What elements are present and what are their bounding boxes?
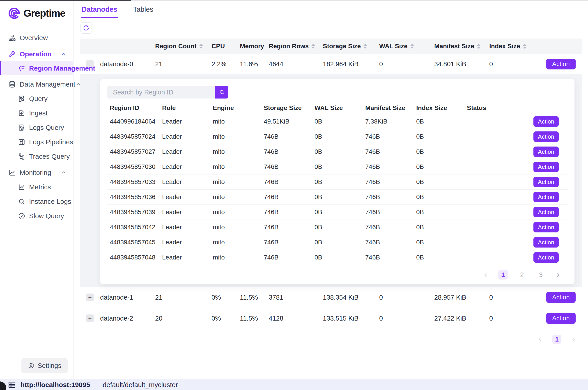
header-status: Status — [464, 104, 515, 112]
region-action-button[interactable]: Action — [534, 162, 559, 172]
sort-icon[interactable] — [477, 44, 481, 49]
sidebar-item-traces-query[interactable]: Traces Query — [0, 149, 73, 164]
header-wal-size[interactable]: WAL Size — [377, 43, 433, 50]
refresh-button[interactable] — [81, 22, 92, 34]
sort-icon[interactable] — [311, 44, 315, 49]
chevron-right-icon[interactable] — [555, 272, 561, 278]
expand-row-button[interactable]: + — [86, 314, 94, 322]
sidebar-item-ingest[interactable]: Ingest — [0, 106, 73, 120]
region-role-cell: Leader — [159, 148, 210, 155]
chevron-up-icon[interactable] — [61, 170, 66, 176]
header-storage-size[interactable]: Storage Size — [321, 43, 377, 50]
header-wal-size: WAL Size — [312, 104, 363, 112]
region-wal-size-cell: 0B — [312, 163, 363, 170]
page-button[interactable]: 3 — [536, 270, 546, 280]
region-engine-cell: mito — [210, 148, 261, 155]
header-region-rows[interactable]: Region Rows — [267, 43, 321, 50]
datanode-action-button[interactable]: Action — [546, 313, 576, 324]
header-engine: Engine — [210, 104, 261, 112]
region-role-cell: Leader — [159, 133, 210, 140]
region-card: Region ID Role Engine Storage Size WAL S… — [100, 79, 575, 284]
region-action-button[interactable]: Action — [534, 131, 559, 142]
region-index-size-cell: 0B — [413, 224, 464, 231]
sidebar-item-instance-logs[interactable]: Instance Logs — [0, 194, 73, 209]
chevron-up-icon[interactable] — [61, 51, 66, 57]
region-search-input[interactable] — [107, 86, 215, 98]
chevron-right-icon[interactable] — [571, 336, 577, 342]
sidebar-item-slow-query[interactable]: Slow Query — [0, 209, 73, 223]
wal-size-cell: 0 — [377, 315, 433, 322]
magnifier-icon — [18, 198, 25, 205]
region-search — [107, 86, 568, 98]
corner-blob — [0, 382, 6, 390]
region-search-button[interactable] — [215, 86, 228, 98]
sidebar-item-logs-query[interactable]: Logs Query — [0, 120, 73, 135]
region-manifest-size-cell: 746B — [363, 133, 413, 140]
sort-icon[interactable] — [523, 44, 527, 49]
greptime-logo-icon — [8, 7, 21, 20]
refresh-icon — [83, 25, 90, 31]
region-id-cell: 4483945857027 — [107, 148, 159, 155]
expand-row-button[interactable]: + — [86, 293, 94, 301]
sidebar-item-operation[interactable]: Operation — [0, 47, 73, 61]
region-role-cell: Leader — [159, 239, 210, 246]
region-manifest-size-cell: 746B — [363, 163, 413, 170]
sidebar-item-data-management[interactable]: Data Management — [0, 77, 73, 92]
header-manifest-size[interactable]: Manifest Size — [433, 43, 488, 50]
memory-cell: 11.6% — [238, 60, 267, 68]
traces-icon — [18, 153, 25, 160]
region-table-row: 4483945857042 Leader mito 746B 0B 746B 0… — [107, 220, 568, 235]
page-button[interactable]: 1 — [552, 335, 561, 344]
header-region-count[interactable]: Region Count — [153, 43, 210, 50]
header-memory: Memory — [238, 43, 267, 50]
region-id-cell: 4483945857033 — [107, 178, 159, 186]
region-wal-size-cell: 0B — [312, 208, 363, 216]
brand-name: Greptime — [23, 7, 65, 19]
region-table-row: 4483945857039 Leader mito 746B 0B 746B 0… — [107, 205, 568, 220]
region-action-button[interactable]: Action — [534, 252, 559, 263]
tab-datanodes[interactable]: Datanodes — [81, 5, 118, 18]
region-action-button[interactable]: Action — [534, 116, 559, 127]
region-id-cell: 4483945857036 — [107, 194, 159, 201]
region-manifest-size-cell: 746B — [363, 239, 413, 246]
page-button[interactable]: 2 — [517, 270, 527, 280]
datanode-action-button[interactable]: Action — [546, 292, 576, 303]
region-engine-cell: mito — [210, 224, 261, 231]
sidebar-item-monitoring[interactable]: Monitoring — [0, 165, 73, 180]
page-button[interactable]: 1 — [498, 270, 508, 280]
sidebar-item-region-management[interactable]: Region Management — [0, 61, 73, 75]
region-wal-size-cell: 0B — [312, 118, 363, 125]
region-wal-size-cell: 0B — [312, 239, 363, 246]
datanode-row: − datanode-0 21 2.2% 11.6% 4644 182.964 … — [80, 54, 582, 74]
region-action-button[interactable]: Action — [534, 207, 559, 217]
region-engine-cell: mito — [210, 133, 261, 140]
header-index-size[interactable]: Index Size — [488, 43, 530, 50]
chevron-left-icon[interactable] — [537, 336, 543, 342]
region-id-cell: 4483945857039 — [107, 208, 159, 216]
region-action-button[interactable]: Action — [534, 146, 559, 157]
header-index-size: Index Size — [413, 104, 464, 112]
datanodes-table-header: Region Count CPU Memory Region Rows Stor… — [80, 39, 582, 54]
datanode-name: datanode-2 — [97, 315, 153, 322]
tab-bar: Datanodes Tables — [74, 1, 588, 18]
manifest-size-cell: 28.957 KiB — [433, 294, 488, 301]
sort-icon[interactable] — [410, 44, 414, 49]
sidebar-item-metrics[interactable]: Metrics — [0, 180, 73, 194]
sidebar-item-query[interactable]: Query — [0, 92, 73, 106]
region-action-button[interactable]: Action — [534, 192, 559, 202]
sort-icon[interactable] — [363, 44, 367, 49]
region-action-button[interactable]: Action — [534, 222, 559, 232]
region-table-row: 4483945857045 Leader mito 746B 0B 746B 0… — [107, 235, 568, 250]
settings-button[interactable]: Settings — [21, 358, 68, 373]
chevron-up-icon[interactable] — [75, 81, 81, 87]
region-action-button[interactable]: Action — [534, 237, 559, 247]
sort-icon[interactable] — [199, 44, 203, 49]
sidebar-item-overview[interactable]: Overview — [0, 31, 73, 45]
chevron-left-icon[interactable] — [483, 272, 489, 278]
datanode-action-button[interactable]: Action — [546, 59, 576, 69]
region-table-row: 4483945857048 Leader mito 746B 0B 746B 0… — [107, 250, 568, 265]
region-action-button[interactable]: Action — [534, 177, 559, 187]
tab-tables[interactable]: Tables — [132, 5, 154, 18]
region-table-row: 4483945857024 Leader mito 746B 0B 746B 0… — [107, 129, 568, 144]
sidebar-item-logs-pipelines[interactable]: Logs Pipelines — [0, 135, 73, 149]
